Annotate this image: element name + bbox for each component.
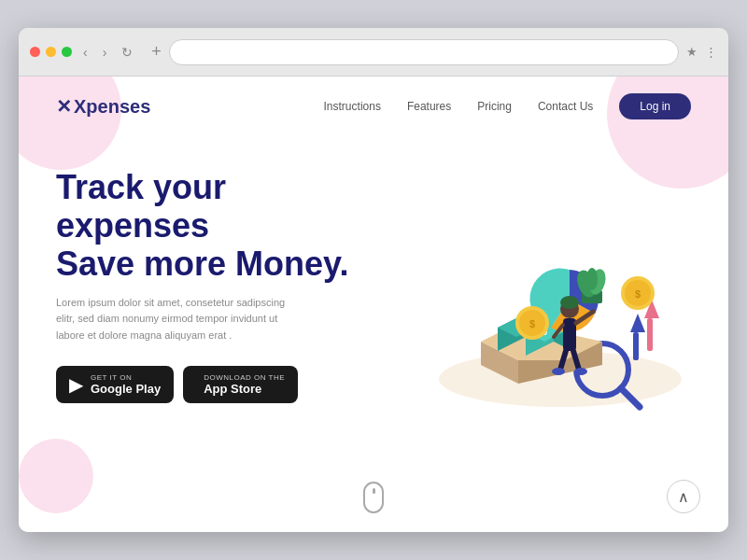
logo-text: Xpenses [74, 96, 150, 118]
traffic-lights [30, 47, 72, 57]
browser-chrome: ‹ › ↻ + ★ ⋮ [19, 28, 728, 77]
hero-illustration: % $ [383, 146, 691, 426]
browser-icons: ★ ⋮ [686, 45, 717, 59]
svg-marker-13 [630, 314, 645, 332]
isometric-svg: % $ [388, 155, 686, 416]
google-play-icon: ▶ [69, 375, 83, 394]
svg-point-27 [586, 268, 598, 290]
hero-text: Track your expenses Save more Money. Lor… [56, 168, 364, 404]
svg-text:$: $ [529, 318, 535, 329]
address-bar[interactable] [169, 39, 679, 65]
maximize-dot[interactable] [62, 47, 72, 57]
svg-point-35 [552, 368, 565, 375]
mouse-wheel [373, 488, 375, 494]
forward-button[interactable]: › [99, 43, 111, 62]
store-buttons: ▶ GET IT ON Google Play Download on the … [56, 366, 364, 403]
hero-title: Track your expenses Save more Money. [56, 168, 364, 284]
nav-instructions[interactable]: Instructions [324, 100, 381, 113]
nav-features[interactable]: Features [407, 100, 451, 113]
svg-rect-16 [647, 318, 653, 351]
svg-text:$: $ [635, 288, 641, 300]
bookmark-icon[interactable]: ★ [686, 45, 698, 59]
app-store-name: App Store [204, 382, 261, 396]
nav-pricing[interactable]: Pricing [477, 100, 512, 113]
google-play-button[interactable]: ▶ GET IT ON Google Play [56, 366, 174, 403]
app-store-text: Download on the App Store [204, 373, 285, 396]
app-store-sub: Download on the [204, 373, 285, 382]
login-button[interactable]: Log in [619, 93, 691, 119]
mouse-icon [363, 482, 384, 513]
hero-title-line1: Track your expenses [56, 168, 226, 245]
svg-point-29 [560, 296, 579, 309]
close-dot[interactable] [30, 47, 40, 57]
google-play-name: Google Play [91, 382, 161, 396]
app-store-button[interactable]: Download on the App Store [183, 366, 298, 403]
nav-contact[interactable]: Contact Us [538, 100, 593, 113]
chevron-up-icon: ∧ [678, 488, 689, 506]
scroll-indicator [363, 482, 384, 513]
navbar: ✕ Xpenses Instructions Features Pricing … [19, 77, 728, 136]
menu-icon[interactable]: ⋮ [705, 45, 717, 59]
back-button[interactable]: ‹ [79, 43, 92, 62]
page-content: ✕ Xpenses Instructions Features Pricing … [19, 77, 728, 532]
hero-section: Track your expenses Save more Money. Lor… [19, 136, 728, 444]
reload-button[interactable]: ↻ [118, 43, 136, 62]
browser-window: ‹ › ↻ + ★ ⋮ ✕ Xpenses Instructions Featu… [19, 28, 728, 532]
google-play-text: GET IT ON Google Play [91, 373, 161, 396]
google-play-sub: GET IT ON [91, 373, 132, 382]
scroll-up-button[interactable]: ∧ [667, 480, 700, 513]
bg-blob-bottom-left [19, 439, 93, 513]
hero-description: Lorem ipsum dolor sit amet, consetetur s… [56, 295, 299, 344]
nav-links: Instructions Features Pricing Contact Us… [324, 93, 691, 119]
svg-rect-14 [633, 332, 639, 360]
hero-title-line2: Save more Money. [56, 245, 348, 283]
new-tab-button[interactable]: + [151, 42, 162, 62]
logo-icon: ✕ [56, 95, 72, 118]
svg-point-36 [574, 368, 587, 375]
minimize-dot[interactable] [46, 47, 56, 57]
logo: ✕ Xpenses [56, 95, 150, 118]
